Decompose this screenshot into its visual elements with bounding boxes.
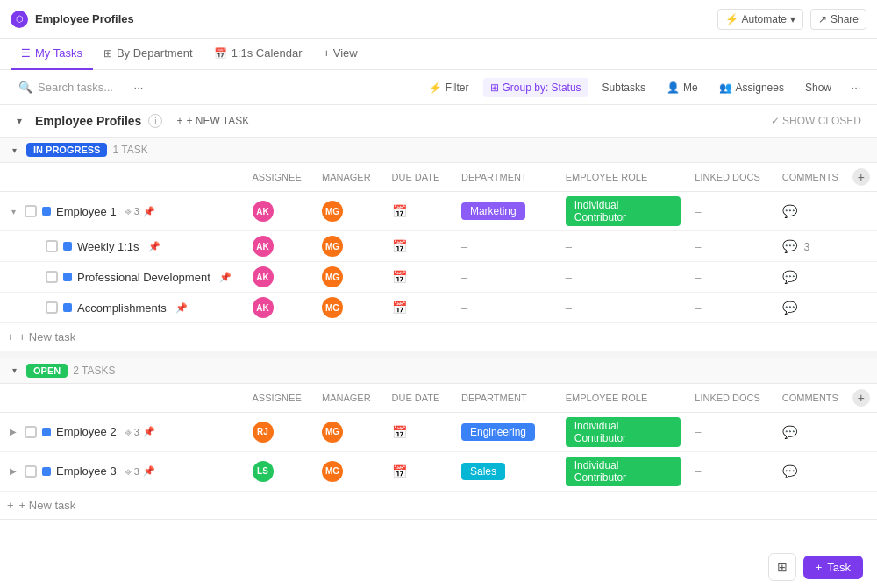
add-field-button[interactable]: + [852, 389, 870, 407]
toolbar-left: 🔍 Search tasks... ··· [11, 76, 149, 98]
task-checkbox[interactable] [46, 301, 58, 314]
me-button[interactable]: 👤 Me [660, 78, 705, 97]
comments-cell: 💬 [775, 412, 845, 451]
toolbar-more-button[interactable]: ··· [845, 77, 866, 98]
subtask-count: ⎆ 3 [125, 206, 139, 216]
calendar-icon[interactable]: 📅 [392, 239, 407, 253]
task-checkbox[interactable] [25, 426, 37, 438]
department-cell: – [454, 262, 559, 293]
due-date-cell[interactable]: 📅 [385, 262, 454, 293]
task-checkbox[interactable] [25, 205, 37, 217]
task-checkbox[interactable] [25, 465, 37, 478]
assignees-button[interactable]: 👥 Assignees [712, 78, 791, 97]
group-header-open: ▾ OPEN 2 TASKS [0, 358, 877, 384]
column-headers-in-progress: ASSIGNEE MANAGER DUE DATE DEPARTMENT EMP… [0, 163, 877, 192]
avatar: MG [322, 297, 343, 318]
comment-icon[interactable]: 💬 [782, 425, 797, 439]
calendar-icon[interactable]: 📅 [392, 301, 407, 315]
task-checkbox[interactable] [46, 271, 58, 283]
linked-docs-cell: – [688, 192, 774, 231]
group-collapse-button[interactable]: ▾ [7, 143, 21, 157]
expand-button[interactable]: ▶ [7, 426, 19, 438]
avatar: MG [322, 422, 343, 443]
actions-cell [845, 192, 877, 231]
project-collapse-button[interactable]: ▾ [11, 112, 28, 130]
actions-cell [845, 412, 877, 451]
calendar-icon[interactable]: 📅 [392, 425, 407, 439]
comments-cell: 💬 [775, 293, 845, 323]
automate-button[interactable]: ⚡ Automate ▾ [717, 9, 803, 30]
add-field-button[interactable]: + [852, 168, 870, 186]
expand-button[interactable]: ▶ [7, 465, 19, 478]
tab-add-view[interactable]: + View [313, 39, 368, 70]
show-button[interactable]: Show [798, 78, 838, 97]
person-icon: 👤 [667, 81, 680, 94]
due-date-cell[interactable]: 📅 [385, 451, 454, 491]
avatar: AK [253, 236, 274, 257]
comment-icon[interactable]: 💬 [782, 204, 797, 218]
expand-button[interactable]: ▾ [7, 205, 19, 217]
department-cell: Marketing [454, 192, 559, 231]
add-task-link[interactable]: + + New task [7, 329, 870, 345]
col-comments: COMMENTS [775, 383, 845, 412]
expand-button[interactable] [28, 240, 40, 252]
task-color [63, 303, 72, 312]
subtasks-button[interactable]: Subtasks [595, 78, 652, 97]
new-task-button[interactable]: + + NEW TASK [169, 112, 256, 130]
add-task-button[interactable]: + Task [803, 556, 863, 579]
new-task-row-open: + + New task [0, 491, 877, 519]
linked-docs-cell: – [688, 293, 774, 323]
calendar-icon[interactable]: 📅 [392, 464, 407, 478]
expand-button[interactable] [28, 271, 40, 283]
add-task-link[interactable]: + + New task [7, 497, 870, 514]
calendar-icon[interactable]: 📅 [392, 270, 407, 284]
tab-my-tasks[interactable]: ☰ My Tasks [11, 39, 93, 70]
col-due-date: DUE DATE [385, 163, 454, 192]
expand-button[interactable] [28, 301, 40, 314]
show-closed-button[interactable]: ✓ SHOW CLOSED [766, 112, 866, 130]
group-collapse-button[interactable]: ▾ [7, 364, 21, 378]
due-date-cell[interactable]: 📅 [385, 231, 454, 262]
more-options-button[interactable]: ··· [128, 77, 149, 98]
col-add-field[interactable]: + [845, 163, 877, 192]
plus-icon: + [7, 330, 14, 344]
comments-cell: 💬 [775, 451, 845, 491]
due-date-cell[interactable]: 📅 [385, 412, 454, 451]
share-icon: ↗ [818, 13, 827, 25]
task-checkbox[interactable] [46, 240, 58, 252]
calendar-icon[interactable]: 📅 [392, 204, 407, 218]
comment-icon[interactable]: 💬 [782, 464, 797, 478]
task-cell: ▶ Employee 2 ⎆ 3 📌 [0, 412, 246, 451]
col-assignee: ASSIGNEE [246, 383, 316, 412]
due-date-cell[interactable]: 📅 [385, 293, 454, 323]
comment-icon[interactable]: 💬 [782, 301, 797, 315]
share-button[interactable]: ↗ Share [810, 9, 866, 30]
actions-cell [845, 451, 877, 491]
department-cell: Engineering [454, 412, 559, 451]
table-row: Accomplishments 📌 AK MG 📅 – – [0, 293, 877, 323]
comment-icon[interactable]: 💬 [782, 239, 797, 253]
task-cell: Accomplishments 📌 [0, 293, 246, 323]
tab-by-department[interactable]: ⊞ By Department [93, 39, 203, 70]
main-table: ▾ IN PROGRESS 1 TASK ASSIGNEE MANAGER DU… [0, 138, 877, 520]
avatar: MG [322, 236, 343, 257]
group-header-in-progress: ▾ IN PROGRESS 1 TASK [0, 138, 877, 163]
app-icon: ⬡ [11, 11, 28, 28]
due-date-cell[interactable]: 📅 [385, 192, 454, 231]
grid-view-button[interactable]: ⊞ [768, 553, 796, 581]
group-by-button[interactable]: ⊞ Group by: Status [483, 78, 588, 97]
avatar: AK [253, 297, 274, 318]
col-task [0, 163, 246, 192]
role-cell: – [559, 293, 688, 323]
filter-button[interactable]: ⚡ Filter [422, 78, 476, 97]
avatar: MG [322, 201, 343, 222]
col-add-field[interactable]: + [845, 383, 877, 412]
tab-11s-calendar[interactable]: 📅 1:1s Calendar [203, 39, 313, 70]
task-meta: 📌 [148, 241, 160, 252]
search-box[interactable]: 🔍 Search tasks... [11, 76, 121, 98]
header-left: ⬡ Employee Profiles [11, 11, 134, 28]
task-cell: ▾ Employee 1 ⎆ 3 📌 [0, 192, 246, 231]
table-row: Weekly 1:1s 📌 AK MG 📅 – – – [0, 231, 877, 262]
info-icon[interactable]: i [148, 114, 162, 128]
comment-icon[interactable]: 💬 [782, 270, 797, 284]
